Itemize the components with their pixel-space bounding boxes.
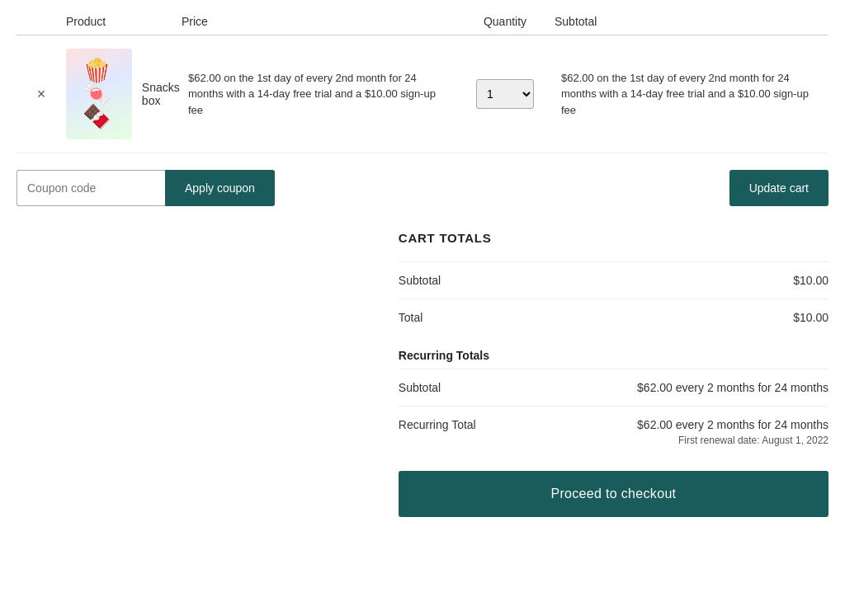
subtotal-cell: $62.00 on the 1st day of every 2nd month… [555, 70, 828, 119]
snacks-art-illustration [66, 49, 132, 139]
cart-row: × Snacks box $62.00 on the 1st day of ev… [17, 35, 828, 153]
subtotal-row: Subtotal $10.00 [399, 261, 828, 299]
renewal-date: First renewal date: August 1, 2022 [637, 435, 828, 446]
recurring-total-row: Recurring Total $62.00 every 2 months fo… [399, 406, 828, 458]
recurring-total-label: Recurring Total [399, 418, 476, 446]
update-cart-button[interactable]: Update cart [729, 170, 828, 206]
apply-coupon-button[interactable]: Apply coupon [165, 170, 275, 206]
subtotal-value: $10.00 [793, 274, 828, 287]
coupon-code-input[interactable] [17, 170, 165, 206]
remove-item-button[interactable]: × [17, 86, 66, 103]
checkout-button-wrap: Proceed to checkout [399, 471, 828, 517]
cart-wrapper: Product Price Quantity Subtotal × Snacks… [0, 0, 845, 534]
recurring-total-value-wrapper: $62.00 every 2 months for 24 months Firs… [637, 418, 828, 446]
col-quantity-header: Quantity [456, 15, 555, 28]
recurring-section-title: Recurring Totals [399, 336, 828, 369]
total-label: Total [399, 311, 423, 324]
total-row: Total $10.00 [399, 299, 828, 336]
col-product-header: Product [66, 15, 182, 28]
recurring-subtotal-row: Subtotal $62.00 every 2 months for 24 mo… [399, 369, 828, 406]
price-cell: $62.00 on the 1st day of every 2nd month… [182, 70, 456, 119]
quantity-cell[interactable]: 1 2 3 4 5 [456, 79, 555, 109]
cart-totals: CART TOTALS Subtotal $10.00 Total $10.00… [382, 231, 828, 517]
quantity-select[interactable]: 1 2 3 4 5 [476, 79, 534, 109]
col-subtotal-header: Subtotal [555, 15, 828, 28]
cart-totals-title: CART TOTALS [399, 231, 828, 245]
coupon-row: Apply coupon Update cart [17, 153, 828, 223]
subtotal-label: Subtotal [399, 274, 441, 287]
proceed-to-checkout-button[interactable]: Proceed to checkout [399, 471, 828, 517]
recurring-total-value: $62.00 every 2 months for 24 months [637, 418, 828, 431]
recurring-subtotal-value: $62.00 every 2 months for 24 months [637, 381, 828, 394]
coupon-left: Apply coupon [17, 170, 275, 206]
product-name: Snacks box [142, 81, 182, 107]
total-value: $10.00 [793, 311, 828, 324]
product-cell: Snacks box [66, 49, 182, 139]
recurring-subtotal-label: Subtotal [399, 381, 441, 394]
product-image [66, 49, 132, 139]
cart-table-header: Product Price Quantity Subtotal [17, 8, 828, 35]
col-price-header: Price [182, 15, 456, 28]
